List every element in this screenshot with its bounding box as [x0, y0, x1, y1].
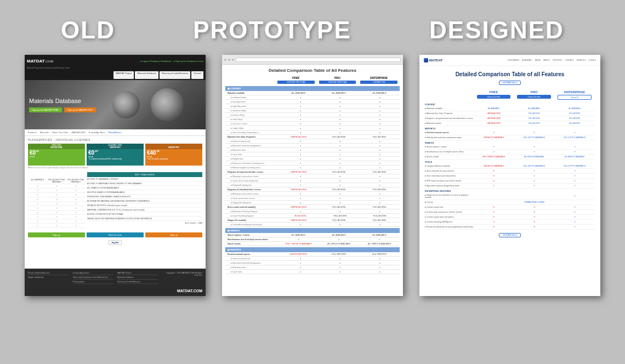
nav-link[interactable]: CONTACT — [565, 59, 574, 61]
table-row: ▸ Cyclic stress-strain curves●●● — [225, 196, 400, 201]
plan-card[interactable]: MATDAT PRO€40.00*/month* with 12 months … — [145, 144, 202, 166]
table-row: ▸ Simultaneous use of multiple search cr… — [425, 150, 595, 155]
footer-link[interactable]: MATDAT Project — [117, 272, 158, 275]
footer-link[interactable]: License Agreement — [73, 272, 113, 275]
table-row: ▸ Fatigue data●●● — [225, 157, 400, 161]
choose-plan-button[interactable]: CHOOSE THIS PLAN — [319, 81, 356, 84]
section-header[interactable]: ▣ SEARCH — [225, 228, 400, 233]
footer-link[interactable]: Terms and Conditions of the Website Use — [73, 276, 113, 280]
kf-header: KEY FEATURES — [87, 172, 202, 177]
section-header: CONTENT — [425, 102, 595, 106]
table-row: ▸ Save materials for easy retrieval✕✓✓ — [425, 169, 595, 174]
table-row: Search resultsONLY 5 RESULTS AVAILABLEAL… — [225, 242, 400, 246]
table-row: ▸ other (Co-alloys, Superalloys...)●●● — [225, 130, 400, 135]
table-row: Detailed material reportsLIMITED REPORTS… — [225, 252, 400, 257]
feature-row: EXPORT OF REPORTS IN PDF FORMAT — [87, 213, 202, 215]
table-row: ▸ nickel alloys●●● — [225, 117, 400, 122]
old-hero: Materials Database Sign up for MATDAT FR… — [25, 80, 206, 129]
section-header: TOOLS — [425, 160, 595, 164]
choose-plan-button[interactable]: Choose This Plan — [477, 95, 511, 99]
secondary-tab[interactable]: Plans&Prices — [109, 131, 122, 134]
expand-all-button[interactable]: ▾ EXPAND ALL ▾ — [499, 81, 521, 85]
secondary-tab[interactable]: Materials — [40, 131, 49, 134]
expand-all-button-bottom[interactable]: ▾ EXPAND ALL ▾ — [499, 233, 521, 237]
table-row: ▸ high-alloy steels●●● — [225, 104, 400, 109]
section-header: SEARCH — [425, 140, 595, 145]
nav-link[interactable]: ACADEMIC — [522, 59, 532, 61]
footer-link[interactable]: Directory of Labs&Services — [117, 281, 158, 284]
table-row: Simultaneous use of multiple search crit… — [225, 237, 400, 242]
section-header[interactable]: ▣ CONTENT — [225, 86, 400, 91]
old-plan-cards: FREE USERMATDAT FREE€0.00/monthACADEMIC … — [25, 144, 206, 166]
secondary-tab[interactable]: Features — [28, 131, 37, 134]
cta-signup-pro[interactable]: Sign up — [145, 232, 202, 237]
choose-plan-button[interactable]: Contact Us — [558, 95, 592, 100]
table-row: ▸ Single access for unlimited # of users… — [425, 193, 595, 200]
table-row: Search options / criteriaALL AVAILABLEAL… — [225, 233, 400, 237]
table-row: ▸ Diagrams of experimental and calculate… — [425, 116, 595, 121]
nav-link[interactable]: CUSTOMERS — [507, 59, 519, 61]
cta-more-info[interactable]: Click for more — [87, 232, 144, 237]
plan-header: ENTERPRISEContact Us — [554, 88, 595, 102]
cta-signup-free[interactable]: Sign up — [28, 232, 85, 237]
table-row: ▸ Fatigue-life datapoints●●● — [225, 183, 400, 187]
choose-plan-button[interactable]: CHOOSE THIS PLAN — [277, 81, 315, 84]
table-row: ▸ Custom search tool✕✕✓ — [425, 205, 595, 210]
nav-tab[interactable]: Contact — [191, 71, 203, 79]
prototype-card: Detailed Comparison Table of All Feature… — [222, 55, 403, 296]
table-row: ▸ General material info●●● — [225, 139, 400, 144]
table-row: ▸ Private sub-database for your propriet… — [425, 225, 595, 230]
table-row: ▸ cast irons / steels●●● — [225, 122, 400, 126]
hero-signup-free[interactable]: Sign up for MATDAT FREE — [29, 107, 62, 112]
table-row: ▸ Fatigue-life datapoints●●● — [225, 201, 400, 205]
table-row: Materials Info, Data, PropertiesLIMITED … — [225, 135, 400, 139]
footer-link[interactable]: Privacy policy — [73, 281, 113, 284]
pricing-note: ■ 12 months – €480 — [87, 221, 202, 225]
table-row: ▸ titanium alloys●●● — [225, 113, 400, 117]
table-row: ▸ Monotonic Ramberg-Osgood●●● — [225, 209, 400, 214]
section-header[interactable]: ▣ REPORTS — [225, 247, 400, 252]
nav-link[interactable]: ABOUT — [543, 59, 550, 61]
top-link[interactable]: ● Login to Database Dashboard — [140, 60, 172, 62]
nav-tab[interactable]: Materials Database — [135, 71, 158, 79]
feature-row: ALL SEARCH CRITERIA AVAILABLE — [87, 187, 202, 189]
secondary-tab[interactable]: MATDAT EDU — [71, 131, 85, 134]
top-link[interactable]: ● Sign up for Database access — [173, 60, 203, 62]
nav-tab[interactable]: Directory of Labs&Services — [160, 71, 190, 79]
nav-tab[interactable]: MATDAT Project — [113, 71, 134, 79]
table-row: ▸ Custom branding / API Access✕✕✓ — [425, 220, 595, 225]
hero-signup-pro[interactable]: Sign up for MATDAT PRO — [64, 107, 96, 112]
designed-card: MATDAT CUSTOMERSACADEMICNEWSABOUTSUPPORT… — [419, 55, 600, 296]
table-row: Diagrams of calculated data / curvesLIMI… — [225, 187, 400, 192]
nav-link[interactable]: NEWS — [535, 59, 541, 61]
address-bar[interactable] — [236, 58, 401, 62]
table-row: ▸ Equivalent materials designations●●● — [225, 144, 400, 148]
old-card: MATDAT.COM ● Login to Database Dashboard… — [25, 55, 206, 296]
table-row: Fatigue life model(s)LIMITED ACCESSFULL … — [225, 218, 400, 223]
feature-row: PERSISTENT PRELIMINARY SEARCH RESULTS — [87, 196, 202, 198]
nav-link[interactable]: SIGNUP ▾ — [577, 59, 586, 61]
plan-card[interactable]: ACADEMIC USERMATDAT EDU€0.00*/month* to … — [87, 144, 144, 166]
feature-row: SAVING SELECTED MATERIALS/DATASETS FOR F… — [87, 218, 202, 220]
section-header: ENTERPRISE FEATURES — [425, 189, 595, 193]
secondary-tab[interactable]: Knowledge Base — [89, 131, 105, 134]
table-row: ▸ low-alloy steels●●● — [225, 100, 400, 104]
logo-icon — [424, 58, 428, 62]
table-row: ▸ Compare different materialsLIMITED TO … — [425, 164, 595, 169]
choose-plan-button[interactable]: Choose This Plan — [517, 95, 551, 99]
table-row: Stress-strain material model(s)LIMITED A… — [225, 205, 400, 209]
table-row: ▸ Monotonic data●●● — [225, 148, 400, 152]
choose-plan-button[interactable]: CONTACT US — [360, 81, 397, 84]
plan-header: PROChoose This Plan — [514, 88, 554, 102]
hero-title: Materials Database — [29, 98, 206, 104]
feature-row: ALTERNATIVE MATERIAL DESIGNATIONS (DIFFE… — [87, 200, 202, 202]
table-row: ▸ Equivalent material designations finde… — [425, 184, 595, 189]
table-row: ▸ Monotonic stress-strain curves●●● — [225, 174, 400, 179]
nav-link[interactable]: LOGIN ▾ — [588, 59, 596, 61]
brand-logo[interactable]: MATDAT — [424, 58, 442, 62]
footer-link[interactable]: Materials Database — [117, 276, 158, 280]
secondary-tab[interactable]: Share Your Data — [52, 131, 68, 134]
browser-chrome — [222, 55, 403, 65]
plan-card[interactable]: FREE USERMATDAT FREE€0.00/month — [28, 144, 85, 166]
nav-link[interactable]: SUPPORT — [553, 59, 562, 61]
